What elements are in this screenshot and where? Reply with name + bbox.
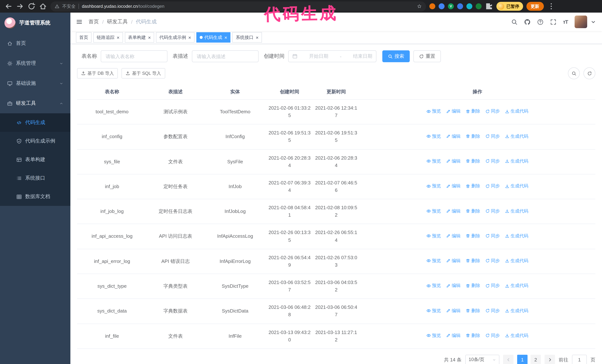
- sidebar-item-codegen[interactable]: 代码生成: [0, 113, 70, 132]
- action-preview-link[interactable]: 预览: [426, 233, 441, 239]
- date-range-picker[interactable]: 开始日期 - 结束日期: [288, 50, 376, 62]
- action-generate-link[interactable]: 生成代码: [505, 183, 528, 190]
- refresh-table-button[interactable]: [583, 67, 595, 79]
- table-name-input[interactable]: [101, 50, 167, 62]
- action-delete-link[interactable]: 删除: [466, 208, 480, 214]
- action-edit-link[interactable]: 编辑: [446, 257, 461, 264]
- reload-icon[interactable]: [27, 2, 36, 10]
- tag-item-0[interactable]: 首页: [76, 32, 92, 42]
- tag-item-1[interactable]: 链路追踪×: [93, 32, 123, 42]
- action-generate-link[interactable]: 生成代码: [505, 208, 528, 214]
- logo[interactable]: 芋道管理系统: [0, 13, 70, 33]
- action-generate-link[interactable]: 生成代码: [505, 108, 528, 115]
- hamburger-icon[interactable]: [76, 19, 83, 25]
- close-tag-icon[interactable]: ×: [225, 35, 227, 40]
- extensions-puzzle-icon[interactable]: [485, 2, 493, 10]
- action-delete-link[interactable]: 删除: [466, 257, 480, 264]
- action-delete-link[interactable]: 删除: [466, 233, 480, 239]
- tag-item-2[interactable]: 表单构建×: [125, 32, 154, 42]
- prev-page-button[interactable]: [503, 355, 514, 364]
- action-delete-link[interactable]: 删除: [466, 183, 480, 190]
- sidebar-item-codegen-example[interactable]: 代码生成示例: [0, 132, 70, 150]
- action-generate-link[interactable]: 生成代码: [505, 233, 528, 239]
- close-tag-icon[interactable]: ×: [148, 35, 151, 40]
- extension-icon-orange[interactable]: [429, 3, 435, 9]
- action-generate-link[interactable]: 生成代码: [505, 158, 528, 165]
- action-delete-link[interactable]: 删除: [466, 282, 480, 289]
- action-delete-link[interactable]: 删除: [466, 332, 480, 339]
- action-generate-link[interactable]: 生成代码: [505, 332, 528, 339]
- action-edit-link[interactable]: 编辑: [446, 183, 461, 190]
- toggle-search-button[interactable]: [568, 67, 580, 79]
- tag-item-5[interactable]: 系统接口×: [232, 32, 262, 42]
- extension-icon-green-v[interactable]: V: [448, 3, 454, 9]
- action-sync-link[interactable]: 同步: [485, 307, 500, 314]
- chrome-update-button[interactable]: 更新: [526, 2, 544, 11]
- browser-menu-dots-icon[interactable]: [547, 2, 555, 10]
- bookmark-star-icon[interactable]: [417, 4, 422, 9]
- back-icon[interactable]: [4, 2, 13, 10]
- extension-icon-people[interactable]: [457, 3, 463, 9]
- action-sync-link[interactable]: 同步: [485, 208, 500, 214]
- action-generate-link[interactable]: 生成代码: [505, 257, 528, 264]
- page-button-1[interactable]: 1: [517, 355, 527, 364]
- action-generate-link[interactable]: 生成代码: [505, 307, 528, 314]
- close-tag-icon[interactable]: ×: [188, 35, 191, 40]
- action-sync-link[interactable]: 同步: [485, 133, 500, 140]
- action-sync-link[interactable]: 同步: [485, 183, 500, 190]
- action-preview-link[interactable]: 预览: [426, 183, 441, 190]
- tag-item-3[interactable]: 代码生成示例×: [156, 32, 194, 42]
- forward-icon[interactable]: [16, 2, 24, 10]
- close-tag-icon[interactable]: ×: [117, 35, 119, 40]
- action-preview-link[interactable]: 预览: [426, 257, 441, 264]
- action-sync-link[interactable]: 同步: [485, 257, 500, 264]
- action-sync-link[interactable]: 同步: [485, 233, 500, 239]
- github-icon[interactable]: [524, 19, 530, 25]
- sidebar-item-system-manage[interactable]: 系统管理: [0, 53, 70, 73]
- import-db-button[interactable]: 基于 DB 导入: [77, 68, 118, 79]
- action-edit-link[interactable]: 编辑: [446, 233, 461, 239]
- action-delete-link[interactable]: 删除: [466, 158, 480, 165]
- url-bar[interactable]: 不安全 dashboard.yudao.iocoder.cn/tool/code…: [50, 1, 426, 11]
- action-delete-link[interactable]: 删除: [466, 133, 480, 140]
- home-browser-icon[interactable]: [39, 2, 47, 10]
- search-button[interactable]: 搜索: [382, 50, 410, 62]
- next-page-button[interactable]: [545, 355, 555, 364]
- font-size-icon[interactable]: тT: [563, 19, 568, 25]
- action-preview-link[interactable]: 预览: [426, 133, 441, 140]
- profile-paused-chip[interactable]: 已暂停: [496, 2, 523, 11]
- action-edit-link[interactable]: 编辑: [446, 158, 461, 165]
- sidebar-item-db-docs[interactable]: 数据库文档: [0, 187, 70, 206]
- goto-page-input[interactable]: [572, 355, 587, 364]
- user-avatar[interactable]: [575, 16, 587, 28]
- search-icon[interactable]: [511, 19, 517, 25]
- action-generate-link[interactable]: 生成代码: [505, 133, 528, 140]
- sidebar-item-system-api[interactable]: 系统接口: [0, 169, 70, 187]
- breadcrumb-item[interactable]: 首页: [88, 19, 99, 25]
- action-delete-link[interactable]: 删除: [466, 108, 480, 115]
- action-sync-link[interactable]: 同步: [485, 158, 500, 165]
- action-sync-link[interactable]: 同步: [485, 108, 500, 115]
- action-edit-link[interactable]: 编辑: [446, 282, 461, 289]
- action-edit-link[interactable]: 编辑: [446, 108, 461, 115]
- page-size-select[interactable]: 10条/页: [465, 355, 499, 364]
- action-edit-link[interactable]: 编辑: [446, 208, 461, 214]
- close-tag-icon[interactable]: ×: [256, 35, 258, 40]
- action-generate-link[interactable]: 生成代码: [505, 282, 528, 289]
- tag-item-4[interactable]: 代码生成×: [196, 32, 231, 42]
- extension-icon-teal[interactable]: [466, 3, 472, 9]
- action-preview-link[interactable]: 预览: [426, 332, 441, 339]
- table-desc-input[interactable]: [192, 50, 258, 62]
- help-question-icon[interactable]: [537, 19, 543, 25]
- action-preview-link[interactable]: 预览: [426, 282, 441, 289]
- action-edit-link[interactable]: 编辑: [446, 133, 461, 140]
- action-delete-link[interactable]: 删除: [466, 307, 480, 314]
- sidebar-item-form-builder[interactable]: 表单构建: [0, 150, 70, 169]
- action-sync-link[interactable]: 同步: [485, 282, 500, 289]
- reset-button[interactable]: 重置: [413, 50, 441, 62]
- avatar-caret-down-icon[interactable]: [590, 19, 596, 25]
- action-sync-link[interactable]: 同步: [485, 332, 500, 339]
- extension-icon-leaf[interactable]: [476, 3, 482, 9]
- sidebar-item-dev-tools[interactable]: 研发工具: [0, 93, 70, 113]
- page-button-2[interactable]: 2: [530, 355, 541, 364]
